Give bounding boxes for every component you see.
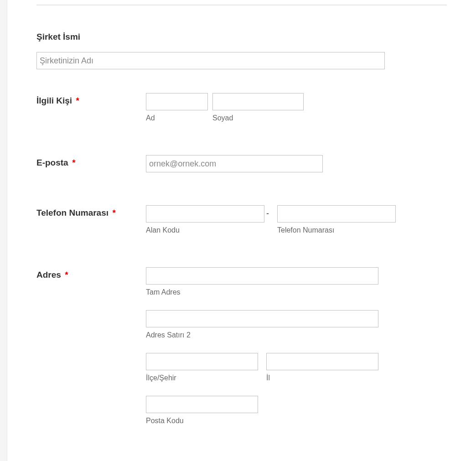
section-divider [36,5,447,5]
phone-area-sublabel: Alan Kodu [146,226,264,234]
address-postal-input[interactable] [146,396,258,413]
email-input[interactable] [146,155,323,172]
phone-label: Telefon Numarası [36,208,109,218]
email-section: E-posta * [36,155,447,172]
address-label: Adres [36,270,61,280]
first-name-sublabel: Ad [146,114,208,122]
email-label: E-posta [36,158,68,167]
address-full-sublabel: Tam Adres [146,288,447,296]
first-name-input[interactable] [146,93,208,110]
company-name-section: Şirket İsmi [36,32,447,69]
required-marker: * [72,158,75,167]
address-city-sublabel: İlçe/Şehir [146,374,258,382]
phone-number-input[interactable] [277,205,396,223]
required-marker: * [76,96,79,105]
contact-person-section: İlgili Kişi * Ad Soyad [36,93,447,122]
address-state-sublabel: İl [266,374,378,382]
company-name-label: Şirket İsmi [36,32,447,42]
address-full-input[interactable] [146,267,378,285]
contact-person-label: İlgili Kişi [36,96,72,105]
last-name-sublabel: Soyad [212,114,304,122]
page-left-edge [0,0,7,461]
required-marker: * [112,208,115,218]
last-name-input[interactable] [212,93,304,110]
phone-area-input[interactable] [146,205,264,223]
address-line2-sublabel: Adres Satırı 2 [146,331,447,339]
address-section: Adres * Tam Adres Adres Satırı 2 İlçe/Şe… [36,267,447,425]
address-state-input[interactable] [266,353,378,370]
address-postal-sublabel: Posta Kodu [146,417,447,425]
company-name-input[interactable] [36,52,385,69]
phone-number-sublabel: Telefon Numarası [277,226,396,234]
address-city-input[interactable] [146,353,258,370]
phone-separator: - [264,205,271,218]
required-marker: * [65,270,68,280]
phone-section: Telefon Numarası * Alan Kodu - Telefon N… [36,205,447,234]
address-line2-input[interactable] [146,310,378,327]
